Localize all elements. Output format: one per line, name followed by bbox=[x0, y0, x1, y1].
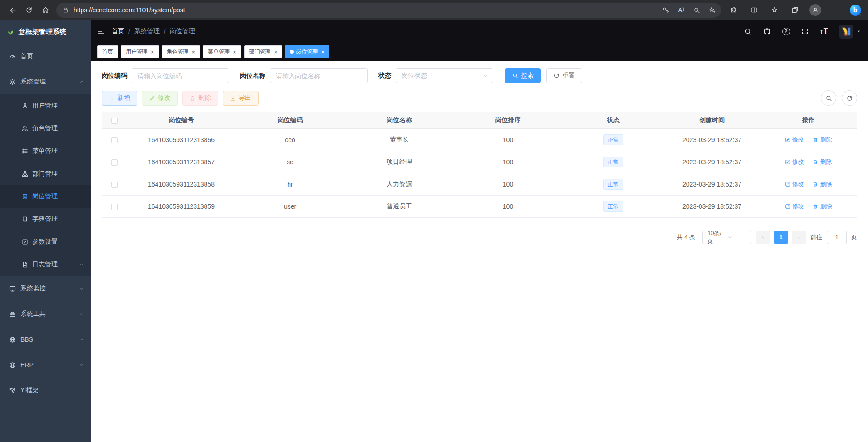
edit-button[interactable]: 修改 bbox=[142, 91, 178, 106]
split-screen-button[interactable] bbox=[747, 3, 761, 17]
row-edit-link[interactable]: 修改 bbox=[785, 158, 804, 166]
row-checkbox[interactable] bbox=[111, 204, 118, 210]
row-delete-link[interactable]: 删除 bbox=[813, 158, 832, 166]
row-delete-link[interactable]: 删除 bbox=[813, 180, 832, 188]
tab-menu-management[interactable]: 菜单管理× bbox=[203, 45, 241, 58]
status-badge: 正常 bbox=[603, 157, 623, 167]
sidebar-item-home[interactable]: 首页 bbox=[0, 44, 91, 69]
tab-dept-management[interactable]: 部门管理× bbox=[244, 45, 283, 58]
post-table: 岗位编号 岗位编码 岗位名称 岗位排序 状态 创建时间 操作 16410305 bbox=[102, 112, 857, 218]
font-size-button[interactable]: T bbox=[816, 24, 832, 39]
saved-password-button[interactable] bbox=[659, 4, 672, 16]
address-bar[interactable]: https://ccnetcore.com:1101/system/post A bbox=[56, 3, 721, 18]
tab-label: 用户管理 bbox=[126, 48, 147, 56]
post-code-input[interactable] bbox=[132, 68, 229, 83]
row-edit-link[interactable]: 修改 bbox=[785, 180, 804, 188]
post-name-field-group: 岗位名称 bbox=[240, 68, 368, 83]
breadcrumb-home[interactable]: 首页 bbox=[112, 27, 124, 35]
url-text[interactable]: https://ccnetcore.com:1101/system/post bbox=[74, 6, 657, 14]
row-checkbox[interactable] bbox=[111, 182, 118, 188]
post-name-label: 岗位名称 bbox=[240, 72, 265, 80]
sidebar-toggle-button[interactable] bbox=[97, 27, 105, 35]
close-icon[interactable]: × bbox=[151, 49, 154, 55]
sidebar-item-dept-management[interactable]: 部门管理 bbox=[0, 162, 91, 185]
page-content: 岗位编码 岗位名称 状态 岗位状态 搜索 bbox=[91, 61, 868, 442]
tab-role-management[interactable]: 角色管理× bbox=[162, 45, 201, 58]
row-edit-link[interactable]: 修改 bbox=[785, 202, 804, 211]
tab-label: 角色管理 bbox=[167, 48, 189, 56]
zoom-button[interactable] bbox=[690, 4, 703, 16]
toggle-search-button[interactable] bbox=[821, 90, 836, 106]
key-icon bbox=[662, 7, 669, 14]
row-delete-link[interactable]: 删除 bbox=[813, 136, 832, 144]
browser-home-button[interactable] bbox=[37, 2, 54, 18]
read-aloud-button[interactable]: A bbox=[675, 4, 687, 16]
extensions-button[interactable] bbox=[726, 3, 741, 17]
close-icon[interactable]: × bbox=[233, 49, 236, 55]
sidebar-item-user-management[interactable]: 用户管理 bbox=[0, 94, 91, 117]
cell-post-id: 1641030593112313857 bbox=[127, 151, 235, 173]
sidebar-item-system-tools[interactable]: 系统工具 bbox=[0, 301, 91, 327]
table-row: 1641030593112313859 user 普通员工 100 正常 202… bbox=[102, 195, 857, 217]
header-search-button[interactable] bbox=[740, 24, 755, 39]
sidebar-item-dict-management[interactable]: 字典管理 bbox=[0, 208, 91, 231]
search-button[interactable]: 搜索 bbox=[505, 68, 541, 83]
sidebar-item-bbs[interactable]: BBS bbox=[0, 327, 91, 352]
users-icon bbox=[22, 125, 28, 132]
close-icon[interactable]: × bbox=[274, 49, 278, 55]
chevron-down-icon bbox=[79, 362, 84, 368]
sidebar-item-erp[interactable]: ERP bbox=[0, 352, 91, 378]
reset-button[interactable]: 重置 bbox=[546, 68, 582, 83]
post-name-input[interactable] bbox=[270, 68, 368, 83]
refresh-table-button[interactable] bbox=[842, 90, 857, 106]
tab-user-management[interactable]: 用户管理× bbox=[121, 45, 159, 58]
copilot-button[interactable]: b bbox=[849, 3, 863, 17]
row-edit-link[interactable]: 修改 bbox=[785, 136, 804, 144]
add-favorite-button[interactable] bbox=[706, 4, 718, 16]
sidebar-item-system-monitor[interactable]: 系统监控 bbox=[0, 276, 91, 301]
browser-window: https://ccnetcore.com:1101/system/post A… bbox=[0, 0, 868, 442]
tab-post-management[interactable]: 岗位管理× bbox=[285, 45, 329, 58]
sidebar-item-system-management[interactable]: 系统管理 bbox=[0, 69, 91, 94]
table-toolbar: 新增 修改 删除 导出 bbox=[102, 90, 857, 106]
favorites-button[interactable] bbox=[767, 3, 782, 17]
column-header-post-id: 岗位编号 bbox=[127, 112, 235, 128]
select-all-checkbox[interactable] bbox=[111, 118, 118, 124]
sidebar-item-label: Yi框架 bbox=[20, 386, 39, 394]
profile-avatar bbox=[809, 4, 821, 16]
add-button[interactable]: 新增 bbox=[102, 91, 137, 106]
cell-post-name: 人力资源 bbox=[345, 173, 454, 195]
sidebar-item-log-management[interactable]: 日志管理 bbox=[0, 253, 91, 276]
column-header-actions: 操作 bbox=[760, 112, 857, 128]
page-size-select[interactable]: 10条/页 bbox=[702, 231, 751, 244]
export-button[interactable]: 导出 bbox=[223, 91, 259, 106]
close-icon[interactable]: × bbox=[192, 49, 196, 55]
tab-home[interactable]: 首页 bbox=[97, 45, 118, 58]
sidebar-item-label: 菜单管理 bbox=[32, 147, 58, 155]
docs-button[interactable]: ? bbox=[778, 24, 794, 39]
sidebar-item-yi-framework[interactable]: Yi框架 bbox=[0, 378, 91, 403]
github-button[interactable] bbox=[759, 24, 775, 39]
collections-button[interactable] bbox=[788, 3, 802, 17]
sidebar-item-param-settings[interactable]: 参数设置 bbox=[0, 231, 91, 253]
row-checkbox[interactable] bbox=[111, 159, 118, 166]
row-delete-link[interactable]: 删除 bbox=[813, 202, 832, 211]
row-checkbox[interactable] bbox=[111, 137, 118, 143]
status-select[interactable]: 岗位状态 bbox=[396, 68, 493, 83]
browser-profile-button[interactable] bbox=[808, 3, 823, 17]
sidebar-item-post-management[interactable]: 岗位管理 bbox=[0, 185, 91, 208]
prev-page-button[interactable] bbox=[756, 231, 770, 244]
close-icon[interactable]: × bbox=[321, 49, 324, 55]
user-dropdown[interactable] bbox=[839, 25, 862, 39]
read-aloud-icon: A bbox=[678, 7, 684, 14]
delete-button[interactable]: 删除 bbox=[182, 91, 218, 106]
browser-refresh-button[interactable] bbox=[21, 2, 37, 18]
next-page-button[interactable] bbox=[792, 231, 806, 244]
fullscreen-button[interactable] bbox=[797, 24, 813, 39]
page-1-button[interactable]: 1 bbox=[774, 231, 788, 244]
browser-back-button[interactable] bbox=[5, 2, 21, 18]
sidebar-item-role-management[interactable]: 角色管理 bbox=[0, 117, 91, 140]
browser-menu-button[interactable] bbox=[829, 3, 843, 17]
sidebar-item-menu-management[interactable]: 菜单管理 bbox=[0, 140, 91, 162]
goto-page-input[interactable] bbox=[827, 231, 847, 244]
